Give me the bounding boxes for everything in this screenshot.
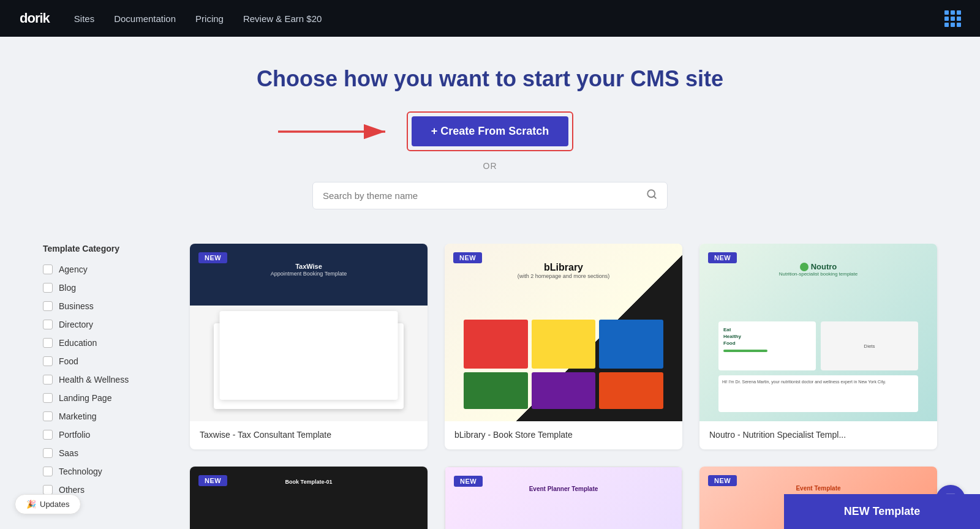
taxwise-header: TaxWise Appointment Booking Template xyxy=(190,262,428,277)
blibrary-books xyxy=(464,320,663,409)
sidebar-item-marketing[interactable]: Marketing xyxy=(43,411,165,421)
event-planner-badge: NEW xyxy=(454,476,483,487)
landing-page-checkbox[interactable] xyxy=(43,393,53,403)
updates-emoji: 🎉 xyxy=(26,500,36,509)
template-card-blibrary[interactable]: NEW bLibrary (with 2 homepage and more s… xyxy=(445,244,682,449)
blibrary-title: bLibrary - Book Store Template xyxy=(445,421,682,449)
nav-review[interactable]: Review & Earn $20 xyxy=(243,13,322,24)
business-checkbox[interactable] xyxy=(43,301,53,311)
noutro-preview: NEW Noutro Nutrition-specialist booking … xyxy=(699,244,937,421)
health-label: Health & Wellness xyxy=(59,375,129,385)
hero-section: Choose how you want to start your CMS si… xyxy=(0,37,980,244)
sidebar-item-others[interactable]: Others xyxy=(43,485,165,495)
others-label: Others xyxy=(59,485,85,495)
updates-label: Updates xyxy=(40,500,69,509)
hero-title: Choose how you want to start your CMS si… xyxy=(12,66,968,92)
templates-grid: NEW TaxWise Appointment Booking Template xyxy=(190,244,937,529)
food-checkbox[interactable] xyxy=(43,356,53,366)
template-card-taxwise[interactable]: NEW TaxWise Appointment Booking Template xyxy=(190,244,428,449)
sidebar-item-education[interactable]: Education xyxy=(43,338,165,348)
taxwise-mock-content xyxy=(214,323,404,409)
technology-checkbox[interactable] xyxy=(43,467,53,476)
business-label: Business xyxy=(59,301,94,311)
education-checkbox[interactable] xyxy=(43,338,53,348)
nav-links: Sites Documentation Pricing Review & Ear… xyxy=(74,13,322,24)
navbar-left: dorik Sites Documentation Pricing Review… xyxy=(20,10,322,26)
or-divider: OR xyxy=(12,161,968,171)
others-checkbox[interactable] xyxy=(43,485,53,495)
taxwise-title: Taxwise - Tax Consultant Template xyxy=(190,421,428,449)
saas-label: Saas xyxy=(59,448,78,458)
directory-checkbox[interactable] xyxy=(43,320,53,329)
portfolio-checkbox[interactable] xyxy=(43,430,53,440)
saas-checkbox[interactable] xyxy=(43,448,53,458)
nav-sites[interactable]: Sites xyxy=(74,13,94,24)
create-area: + Create From Scratch xyxy=(407,111,574,151)
noutro-content: EatHealthyFood Diets Hi! I'm Dr. Serena … xyxy=(718,321,918,412)
grid-icon[interactable] xyxy=(944,10,960,27)
main-layout: Template Category Agency Blog Business D… xyxy=(18,244,962,529)
blibrary-preview: NEW bLibrary (with 2 homepage and more s… xyxy=(445,244,682,421)
arrow-indicator xyxy=(272,113,394,150)
marketing-checkbox[interactable] xyxy=(43,411,53,421)
event-planner-preview: NEW Event Planner Template Comprehensive… xyxy=(445,467,682,529)
blog-label: Blog xyxy=(59,283,76,293)
sidebar-item-technology[interactable]: Technology xyxy=(43,467,165,476)
sidebar-item-saas[interactable]: Saas xyxy=(43,448,165,458)
create-btn-wrapper: + Create From Scratch xyxy=(407,111,574,151)
nav-documentation[interactable]: Documentation xyxy=(114,13,176,24)
search-input[interactable] xyxy=(323,190,640,201)
logo[interactable]: dorik xyxy=(20,10,50,26)
search-icon xyxy=(646,189,657,200)
nav-pricing[interactable]: Pricing xyxy=(195,13,224,24)
sidebar: Template Category Agency Blog Business D… xyxy=(43,244,165,529)
search-button[interactable] xyxy=(646,189,657,203)
portfolio-label: Portfolio xyxy=(59,430,90,440)
blog-checkbox[interactable] xyxy=(43,283,53,293)
sidebar-item-portfolio[interactable]: Portfolio xyxy=(43,430,165,440)
template-card-event-planner[interactable]: NEW Event Planner Template Comprehensive… xyxy=(445,467,682,529)
search-wrapper xyxy=(312,182,668,209)
education-label: Education xyxy=(59,338,97,348)
agency-label: Agency xyxy=(59,264,88,274)
noutro-header: Noutro Nutrition-specialist booking temp… xyxy=(699,262,937,277)
landing-page-label: Landing Page xyxy=(59,393,111,403)
event2-badge: NEW xyxy=(708,475,737,486)
blibrary-header: bLibrary (with 2 homepage and more secti… xyxy=(445,262,682,279)
template-card-book[interactable]: NEW Book Template-01 Book Template-01 xyxy=(190,467,428,529)
taxwise-preview: NEW TaxWise Appointment Booking Template xyxy=(190,244,428,421)
updates-button[interactable]: 🎉 Updates xyxy=(15,494,81,514)
book-badge: NEW xyxy=(198,475,227,486)
template-card-noutro[interactable]: NEW Noutro Nutrition-specialist booking … xyxy=(699,244,937,449)
sidebar-title: Template Category xyxy=(43,244,165,253)
book-preview: NEW Book Template-01 xyxy=(190,467,428,529)
health-checkbox[interactable] xyxy=(43,375,53,385)
navbar: dorik Sites Documentation Pricing Review… xyxy=(0,0,980,37)
noutro-title: Noutro - Nutrition Specialist Templ... xyxy=(699,421,937,449)
sidebar-item-agency[interactable]: Agency xyxy=(43,264,165,274)
directory-label: Directory xyxy=(59,320,93,329)
sidebar-item-blog[interactable]: Blog xyxy=(43,283,165,293)
agency-checkbox[interactable] xyxy=(43,264,53,274)
sidebar-item-business[interactable]: Business xyxy=(43,301,165,311)
food-label: Food xyxy=(59,356,78,366)
sidebar-item-landing-page[interactable]: Landing Page xyxy=(43,393,165,403)
sidebar-item-health[interactable]: Health & Wellness xyxy=(43,375,165,385)
sidebar-item-directory[interactable]: Directory xyxy=(43,320,165,329)
new-template-bar[interactable]: NEW Template xyxy=(784,494,980,529)
sidebar-item-food[interactable]: Food xyxy=(43,356,165,366)
marketing-label: Marketing xyxy=(59,411,96,421)
svg-line-3 xyxy=(654,196,655,198)
technology-label: Technology xyxy=(59,467,102,476)
create-from-scratch-button[interactable]: + Create From Scratch xyxy=(412,116,569,146)
